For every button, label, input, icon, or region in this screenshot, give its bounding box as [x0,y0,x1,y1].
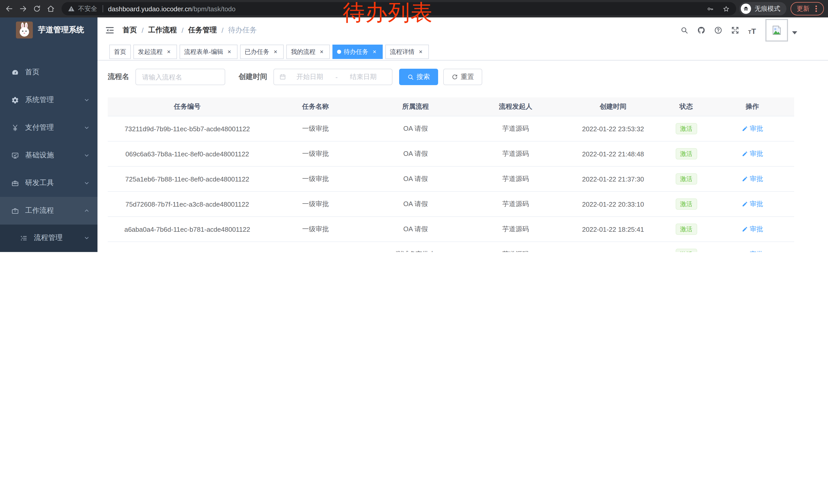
process-name-input[interactable] [135,69,225,85]
dashboard-icon [11,68,19,76]
todo-task-table: 任务编号 任务名称 所属流程 流程发起人 创建时间 状态 操作 73211d9d… [108,97,794,252]
column-header-starter: 流程发起人 [467,97,564,116]
breadcrumb-item[interactable]: 工作流程 [148,26,177,35]
chevron-down-icon [84,180,90,186]
password-key-icon[interactable] [706,5,714,12]
incognito-icon [741,4,751,14]
chevron-down-icon [84,125,90,131]
font-size-icon[interactable]: TT [748,26,756,35]
tab-process-detail[interactable]: 流程详情× [385,44,429,59]
fullscreen-icon[interactable] [731,26,739,35]
home-icon[interactable] [45,3,57,15]
sidebar-item-task-management[interactable]: 任务管理 [0,251,97,252]
reset-button[interactable]: 重置 [443,69,482,85]
forward-icon[interactable] [17,3,29,15]
sidebar-item-process-management[interactable]: 流程管理 [0,225,97,251]
avatar[interactable] [765,19,788,42]
end-date-placeholder[interactable]: 结束日期 [340,72,387,82]
cell-created: 2022-01-22 20:33:10 [564,191,662,217]
cell-process: OA 请假 [364,116,467,141]
calendar-icon [279,73,286,81]
breadcrumb-item[interactable]: 任务管理 [188,26,217,35]
column-header-task-id: 任务编号 [108,97,267,116]
cell-created: 2022-01-22 21:37:30 [564,166,662,191]
bookmark-star-icon[interactable] [722,5,730,12]
top-navbar: 首页 / 工作流程 / 任务管理 / 待办任务 TT [97,17,828,43]
breadcrumb-item[interactable]: 首页 [123,26,137,35]
tab-done-tasks[interactable]: 已办任务× [240,44,284,59]
cell-starter: 芋道源码 [467,116,564,141]
url-path: /bpm/task/todo [192,5,236,12]
sidebar-item-home[interactable]: 首页 [0,58,97,86]
omnibox-divider [102,5,103,12]
start-date-placeholder[interactable]: 开始日期 [286,72,333,82]
cell-task-name: 一级审批 [267,116,364,141]
table-row: a6aba0a4-7b6d-11ec-b781-acde48001122 一级审… [108,217,794,242]
browser-toolbar: 不安全 dashboard.yudao.iocoder.cn /bpm/task… [0,0,828,17]
close-icon[interactable]: × [226,48,233,55]
cell-created: 2022-01-22 21:48:48 [564,141,662,166]
tab-launch-process[interactable]: 发起流程× [133,44,177,59]
cell-task-id: 069c6a63-7b8a-11ec-8ef0-acde48001122 [108,141,267,166]
briefcase-icon [11,207,19,215]
url-host: dashboard.yudao.iocoder.cn [108,5,192,12]
breadcrumb-current: 待办任务 [228,26,257,35]
close-icon[interactable]: × [417,48,424,55]
incognito-badge: 无痕模式 [739,2,786,15]
sidebar-item-dev-tools[interactable]: 研发工具 [0,169,97,197]
sidebar-item-label: 首页 [25,68,40,77]
search-button[interactable]: 搜索 [399,69,438,85]
tab-my-process[interactable]: 我的流程× [286,44,330,59]
status-badge: 激活 [675,148,697,159]
github-icon[interactable] [697,26,705,35]
breadcrumb-separator: / [141,26,143,34]
help-icon[interactable] [714,26,722,35]
security-warning-icon[interactable] [68,5,75,12]
approve-link[interactable]: 审批 [742,199,763,209]
chevron-down-icon [84,152,90,158]
cell-process: OA 请假 [364,217,467,242]
sidebar-item-label: 流程管理 [34,233,63,242]
chevron-down-icon [84,235,90,241]
collapse-sidebar-icon[interactable] [105,26,114,35]
monitor-icon [11,151,19,159]
security-label: 不安全 [78,4,97,13]
approve-link[interactable]: 审批 [742,124,763,133]
tab-home[interactable]: 首页 [109,44,131,59]
close-icon[interactable]: × [165,48,172,55]
kebab-menu-icon[interactable] [813,5,819,12]
reload-icon[interactable] [31,3,43,15]
close-icon[interactable]: × [272,48,279,55]
close-icon[interactable]: × [318,48,325,55]
cell-task-name: 一级审批 [267,141,364,166]
cell-starter: 芋道源码 [467,191,564,217]
caret-down-icon[interactable] [792,31,797,34]
search-icon[interactable] [680,26,689,35]
sidebar-item-infrastructure[interactable]: 基础设施 [0,141,97,169]
app-title: 芋道管理系统 [38,25,84,35]
tab-todo-tasks[interactable]: 待办任务× [332,44,383,59]
approve-link[interactable]: 审批 [742,149,763,158]
approve-link[interactable]: 审批 [742,250,763,252]
table-row: 73211d9d-7b9b-11ec-b5b7-acde48001122 一级审… [108,116,794,141]
status-badge: 激活 [675,173,697,185]
cell-starter: 芋道源码 [467,242,564,252]
address-bar[interactable]: 不安全 dashboard.yudao.iocoder.cn /bpm/task… [61,2,736,15]
column-header-actions: 操作 [710,97,794,116]
cell-task-name: 1.2 [267,242,364,252]
approve-link[interactable]: 审批 [742,174,763,184]
sidebar-item-payment[interactable]: 支付管理 [0,114,97,141]
browser-update-button[interactable]: 更新 [791,2,824,15]
chevron-down-icon [84,97,90,103]
status-badge: 激活 [675,249,697,252]
sidebar-item-system[interactable]: 系统管理 [0,86,97,114]
column-header-created: 创建时间 [564,97,662,116]
tab-process-form-edit[interactable]: 流程表单-编辑× [179,44,238,59]
close-icon[interactable]: × [371,48,378,55]
sidebar-item-workflow[interactable]: 工作流程 [0,197,97,225]
app-logo[interactable]: 芋道管理系统 [0,17,97,42]
approve-link[interactable]: 审批 [742,225,763,234]
date-range-picker[interactable]: 开始日期 - 结束日期 [274,69,392,85]
breadcrumb-separator: / [181,26,184,34]
back-icon[interactable] [3,3,15,15]
